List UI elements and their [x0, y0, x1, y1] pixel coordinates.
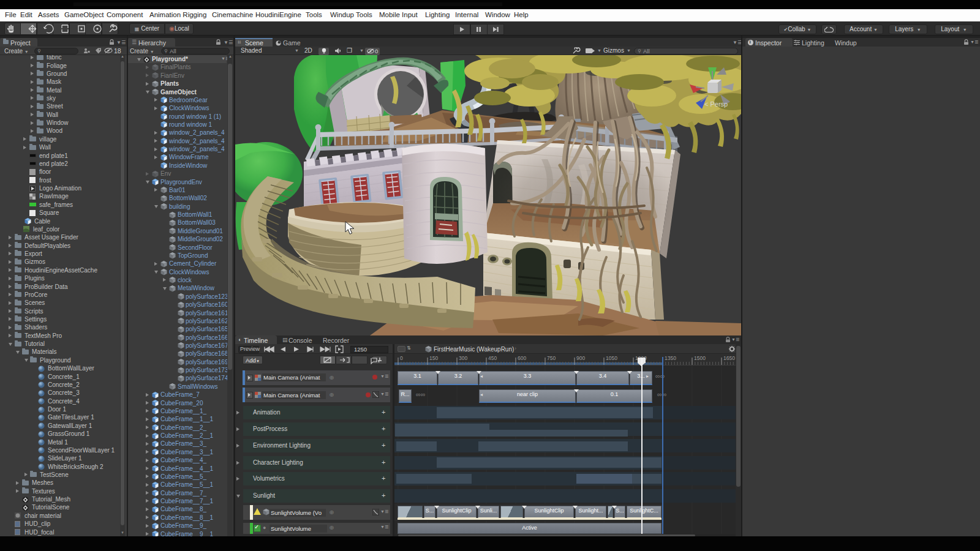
svg-text:900: 900: [576, 355, 585, 361]
svg-text:450: 450: [488, 355, 497, 361]
svg-text:1050: 1050: [606, 355, 617, 361]
svg-text:150: 150: [429, 355, 438, 361]
svg-text:750: 750: [547, 355, 556, 361]
svg-text:< Persp: < Persp: [704, 100, 728, 108]
svg-text:300: 300: [459, 355, 467, 361]
svg-text:0: 0: [400, 355, 403, 361]
svg-text:1350: 1350: [665, 355, 676, 361]
svg-text:1650: 1650: [723, 355, 735, 361]
svg-text:1500: 1500: [694, 355, 706, 361]
svg-text:600: 600: [518, 355, 526, 361]
